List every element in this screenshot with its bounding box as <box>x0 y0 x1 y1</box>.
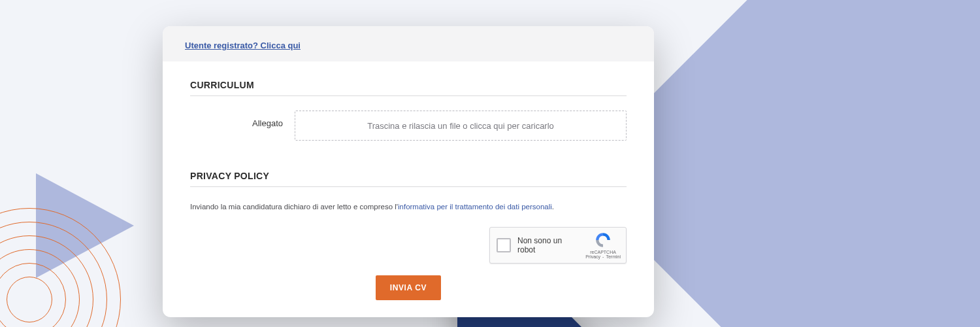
privacy-text: Inviando la mia candidatura dichiaro di … <box>190 201 627 213</box>
privacy-link[interactable]: informativa per il trattamento dei dati … <box>398 203 552 211</box>
recaptcha-widget: Non sono un robot reCAPTCHA Privacy <box>489 227 627 264</box>
decor-concentric-circles <box>0 208 121 327</box>
recaptcha-terms-link[interactable]: Termini <box>606 254 621 260</box>
file-dropzone[interactable]: Trascina e rilascia un file o clicca qui… <box>295 111 627 141</box>
privacy-text-suffix: . <box>552 203 554 211</box>
recaptcha-logo-icon <box>595 232 612 249</box>
dropzone-text: Trascina e rilascia un file o clicca qui… <box>367 121 554 131</box>
card-header: Utente registrato? Clicca qui <box>163 26 654 61</box>
attachment-label: Allegato <box>190 111 295 141</box>
card-body: CURRICULUM Allegato Trascina e rilascia … <box>163 61 654 317</box>
recaptcha-label: Non sono un robot <box>517 236 579 254</box>
privacy-text-prefix: Inviando la mia candidatura dichiaro di … <box>190 203 398 211</box>
section-title-curriculum: CURRICULUM <box>190 68 627 96</box>
section-title-privacy: PRIVACY POLICY <box>190 159 627 187</box>
login-link[interactable]: Utente registrato? Clicca qui <box>185 41 301 50</box>
submit-row: INVIA CV <box>190 275 627 300</box>
recaptcha-badge: reCAPTCHA Privacy - Termini <box>585 232 621 260</box>
page-stage: Utente registrato? Clicca qui CURRICULUM… <box>0 0 980 327</box>
recaptcha-container: Non sono un robot reCAPTCHA Privacy <box>190 227 627 264</box>
recaptcha-checkbox[interactable] <box>497 238 511 252</box>
recaptcha-privacy-link[interactable]: Privacy <box>585 254 600 260</box>
submit-button[interactable]: INVIA CV <box>376 275 441 300</box>
application-card: Utente registrato? Clicca qui CURRICULUM… <box>163 26 654 317</box>
attachment-row: Allegato Trascina e rilascia un file o c… <box>190 111 627 141</box>
recaptcha-brand: reCAPTCHA <box>585 250 621 255</box>
